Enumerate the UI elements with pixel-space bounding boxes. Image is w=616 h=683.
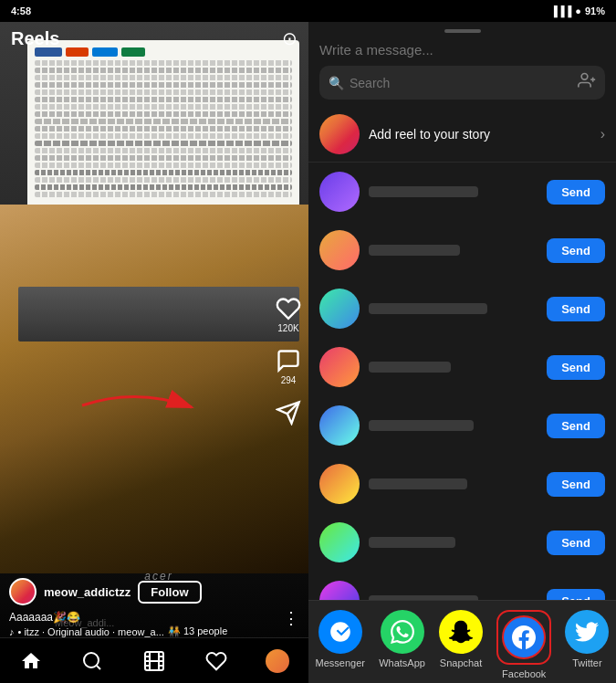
nav-reels-icon[interactable]: [136, 643, 172, 679]
signal-icon: ▐▐▐: [550, 5, 571, 16]
messenger-label: Messenger: [316, 657, 365, 668]
send-button[interactable]: Send: [547, 355, 605, 380]
follow-button[interactable]: Follow: [138, 581, 201, 604]
more-options-button[interactable]: ⋮: [283, 608, 299, 628]
send-button[interactable]: Send: [547, 180, 605, 205]
share-icon: [276, 400, 301, 426]
reel-actions: 120K 294: [276, 296, 301, 426]
whatsapp-label: WhatsApp: [379, 657, 425, 668]
nav-heart-icon[interactable]: [198, 643, 235, 679]
reel-username: meow_addictzz: [44, 585, 131, 599]
message-input[interactable]: [319, 42, 605, 58]
audio-note-icon: ♪: [9, 626, 15, 637]
whatsapp-icon: [381, 610, 424, 654]
contact-avatar: [319, 230, 360, 270]
facebook-icon: [502, 615, 546, 659]
like-action[interactable]: 120K: [276, 296, 301, 333]
main-content: acer Reels ⊙: [0, 22, 616, 683]
send-button[interactable]: Send: [547, 238, 605, 263]
send-button[interactable]: Send: [547, 414, 605, 438]
snapchat-icon: [439, 610, 483, 654]
contact-avatar: [319, 172, 360, 212]
share-action[interactable]: [276, 400, 301, 426]
contact-name-blur: [369, 420, 474, 431]
story-avatar: [319, 114, 360, 154]
reel-user-avatar: [9, 578, 37, 605]
comment-icon: [276, 348, 301, 373]
laptop-base: acer: [18, 287, 299, 342]
reel-caption: Aaaaaaa🎉😂: [9, 611, 299, 624]
twitter-share-app[interactable]: Twitter: [565, 610, 609, 679]
reel-audio: ♪ • itzz · Original audio · meow_a... 🧑‍…: [9, 625, 299, 637]
contact-name-area: [369, 303, 538, 314]
send-button[interactable]: Send: [547, 589, 605, 601]
contact-avatar: [319, 347, 360, 387]
facebook-share-app[interactable]: Facebook: [496, 610, 551, 679]
search-row: 🔍: [319, 66, 605, 100]
share-apps-row: Messenger WhatsApp Snapchat: [308, 600, 616, 683]
twitter-icon: [565, 610, 609, 654]
reels-header: Reels ⊙: [0, 22, 308, 55]
contact-avatar: [319, 464, 360, 504]
handle-bar: [444, 29, 481, 33]
comment-action[interactable]: 294: [276, 348, 301, 385]
contact-name-blur: [369, 245, 460, 256]
story-chevron-icon: ›: [600, 126, 605, 142]
message-input-area[interactable]: [308, 37, 616, 66]
contact-name-area: [369, 362, 538, 373]
contact-name-area: [369, 186, 538, 197]
contact-avatar: [319, 405, 360, 446]
search-icon: 🔍: [329, 76, 344, 90]
camera-icon[interactable]: ⊙: [282, 27, 298, 49]
contact-name-area: [369, 478, 538, 489]
svg-point-3: [84, 653, 99, 667]
contact-row: Send: [308, 396, 616, 455]
bottom-nav: [0, 637, 308, 683]
contact-row: Send: [308, 572, 616, 600]
heart-icon: [276, 296, 301, 321]
send-button[interactable]: Send: [547, 531, 605, 555]
contact-name-blur: [369, 537, 455, 548]
wifi-icon: ●: [575, 5, 581, 16]
twitter-label: Twitter: [572, 657, 601, 668]
comment-count: 294: [281, 375, 297, 385]
contact-name-area: [369, 245, 538, 256]
messenger-share-app[interactable]: Messenger: [316, 610, 365, 679]
contact-row: Send: [308, 338, 616, 396]
time-display: 4:58: [11, 5, 31, 16]
nav-search-icon[interactable]: [74, 643, 110, 679]
search-input[interactable]: [350, 76, 572, 90]
user-row: meow_addictzz Follow: [9, 578, 299, 605]
contact-name-area: [369, 537, 538, 548]
contact-avatar: [319, 522, 360, 562]
send-button[interactable]: Send: [547, 472, 605, 497]
reels-title: Reels: [11, 28, 59, 49]
contact-name-blur: [369, 478, 467, 489]
battery-display: 91%: [585, 5, 605, 16]
status-icons: ▐▐▐ ● 91%: [550, 5, 605, 16]
contact-row: Send: [308, 163, 616, 221]
whatsapp-share-app[interactable]: WhatsApp: [379, 610, 425, 679]
story-row[interactable]: Add reel to your story ›: [308, 107, 616, 163]
profile-avatar: [266, 649, 289, 673]
nav-profile-icon[interactable]: [259, 643, 296, 679]
like-count: 120K: [277, 323, 298, 333]
watermark: Meow_addi...: [55, 617, 114, 628]
snapchat-share-app[interactable]: Snapchat: [439, 610, 483, 679]
messenger-icon: [318, 610, 362, 654]
send-button[interactable]: Send: [547, 297, 605, 321]
contact-list: Send Send Send Se: [308, 163, 616, 600]
sheet-handle: [308, 22, 616, 37]
share-sheet: 🔍 Add reel to your story ›: [308, 22, 616, 683]
add-people-icon[interactable]: [578, 71, 596, 94]
reel-bottom-info: meow_addictzz Follow Aaaaaaa🎉😂 ♪ • itzz …: [0, 578, 308, 637]
reels-panel: acer Reels ⊙: [0, 22, 308, 683]
nav-home-icon[interactable]: [13, 643, 49, 679]
svg-point-13: [581, 74, 588, 80]
contact-name-blur: [369, 303, 487, 314]
facebook-highlight: [496, 610, 551, 665]
contact-name-area: [369, 420, 538, 431]
contact-avatar: [319, 289, 360, 329]
contact-row: Send: [308, 513, 616, 572]
red-arrow-overlay: [73, 378, 201, 433]
